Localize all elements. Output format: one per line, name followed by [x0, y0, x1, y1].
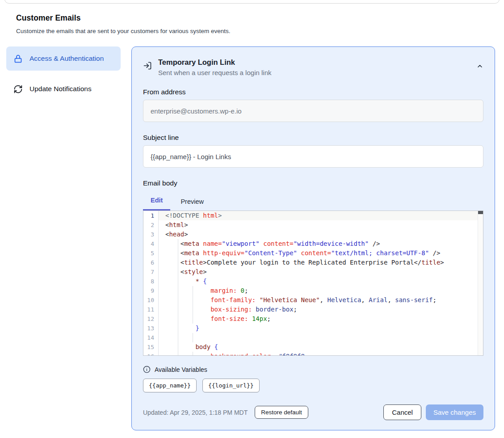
info-icon: [143, 366, 151, 373]
card-subtitle: Sent when a user requests a login link: [158, 69, 271, 76]
code-line: 15 body {: [143, 342, 483, 352]
code-line: 3<head>: [143, 230, 483, 239]
page-header: Customer Emails Customize the emails tha…: [0, 0, 504, 34]
tab-edit[interactable]: Edit: [143, 197, 170, 211]
code-line: 2<html>: [143, 220, 483, 230]
variable-chip-login-url[interactable]: {{login_url}}: [202, 379, 260, 392]
lock-icon: [13, 54, 23, 63]
code-line: 10 font-family: "Helvetica Neue", Helvet…: [143, 295, 483, 305]
editor-scrollbar-track: [478, 211, 483, 355]
code-editor[interactable]: 1<!DOCTYPE html>2<html>3<head>4 <meta na…: [143, 211, 483, 356]
sidebar-item-access-authentication[interactable]: Access & Authentication: [6, 46, 121, 71]
from-address-label: From address: [143, 88, 483, 96]
previous-card-edge: [4, 0, 500, 4]
page-title: Customer Emails: [16, 13, 488, 23]
code-lines: 1<!DOCTYPE html>2<html>3<head>4 <meta na…: [143, 211, 483, 356]
variable-chip-app-name[interactable]: {{app_name}}: [143, 379, 197, 392]
code-line: 5 <meta http-equiv="Content-Type" conten…: [143, 248, 483, 258]
sidebar-item-label: Access & Authentication: [29, 53, 104, 64]
card-header-text: Temporary Login Link Sent when a user re…: [158, 58, 271, 76]
email-body-tabs: Edit Preview: [143, 197, 483, 211]
code-line: 12 font-size: 14px;: [143, 314, 483, 324]
code-line: 13 }: [143, 324, 483, 333]
code-line: 6 <title>Complete your login to the Repl…: [143, 258, 483, 267]
chevron-up-icon: [476, 63, 483, 70]
code-line: 4 <meta name="viewport" content="width=d…: [143, 239, 483, 248]
editor-scrollbar-thumb[interactable]: [478, 211, 483, 214]
refresh-icon: [13, 84, 23, 94]
sidebar-item-update-notifications[interactable]: Update Notifications: [6, 78, 121, 100]
restore-default-button[interactable]: Restore default: [255, 406, 308, 419]
cancel-button[interactable]: Cancel: [383, 404, 421, 420]
card-header: Temporary Login Link Sent when a user re…: [143, 58, 483, 76]
card-title: Temporary Login Link: [158, 58, 271, 67]
code-line: 7 <style>: [143, 267, 483, 277]
from-address-input[interactable]: [143, 100, 483, 122]
email-body-label: Email body: [143, 179, 483, 187]
variable-chips: {{app_name}} {{login_url}}: [143, 379, 483, 392]
temporary-login-link-card: Temporary Login Link Sent when a user re…: [131, 46, 495, 430]
code-line: 14: [143, 333, 483, 342]
available-variables-label: Available Variables: [155, 366, 207, 373]
code-line: 9 margin: 0;: [143, 286, 483, 295]
sidebar-item-label: Update Notifications: [29, 84, 92, 94]
collapse-button[interactable]: [476, 63, 483, 70]
page-subtitle: Customize the emails that are sent to yo…: [16, 28, 488, 34]
login-icon: [143, 61, 152, 70]
code-line: 8 * {: [143, 277, 483, 286]
card-footer: Updated: Apr 29, 2025, 1:18 PM MDT Resto…: [143, 404, 483, 420]
tab-preview[interactable]: Preview: [181, 198, 204, 211]
subject-line-label: Subject line: [143, 134, 483, 142]
save-changes-button[interactable]: Save changes: [426, 404, 483, 420]
code-line: 11 box-sizing: border-box;: [143, 305, 483, 314]
updated-timestamp: Updated: Apr 29, 2025, 1:18 PM MDT: [143, 409, 248, 416]
subject-line-input[interactable]: [143, 145, 483, 168]
code-line: 1<!DOCTYPE html>: [143, 211, 483, 220]
code-line: 16 background-color: #f8f8f8;: [143, 352, 483, 356]
available-variables-header: Available Variables: [143, 366, 483, 373]
email-types-sidebar: Access & Authentication Update Notificat…: [6, 46, 121, 430]
